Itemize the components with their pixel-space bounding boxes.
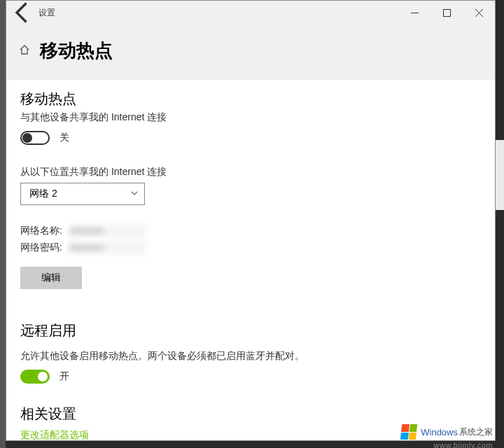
watermark-brand: Windows: [421, 427, 458, 438]
edit-button[interactable]: 编辑: [20, 267, 82, 289]
hotspot-share-label: 与其他设备共享我的 Internet 连接: [20, 111, 481, 124]
remote-section-title: 远程启用: [20, 321, 481, 340]
svg-rect-1: [443, 9, 450, 16]
watermark-url: www.bjjmlv.com: [434, 441, 493, 448]
share-from-label: 从以下位置共享我的 Internet 连接: [20, 166, 481, 178]
network-password-label: 网络密码:: [20, 241, 69, 254]
window-title: 设置: [38, 7, 55, 19]
remote-toggle-state: 开: [59, 370, 69, 383]
page-header: 移动热点: [6, 24, 495, 80]
network-name-label: 网络名称:: [20, 225, 69, 237]
page-title: 移动热点: [40, 38, 113, 63]
share-from-select[interactable]: 网络 2: [20, 183, 145, 205]
minimize-button[interactable]: [398, 1, 430, 24]
right-edge-strip: [496, 140, 504, 210]
settings-window: 设置 移动热点 移动热点 与其他设备共享我的 Internet 连接 关 从以下…: [6, 0, 496, 441]
remote-toggle[interactable]: [20, 370, 50, 384]
home-icon[interactable]: [19, 44, 30, 58]
remote-desc: 允许其他设备启用移动热点。两个设备必须都已启用蓝牙并配对。: [20, 350, 481, 363]
watermark: Windows 系统之家: [401, 424, 493, 440]
watermark-suffix: 系统之家: [459, 426, 493, 438]
titlebar: 设置: [6, 1, 495, 24]
hotspot-section-title: 移动热点: [20, 90, 481, 108]
content-area: 移动热点 与其他设备共享我的 Internet 连接 关 从以下位置共享我的 I…: [6, 80, 495, 440]
network-name-value: xxxxxxx: [69, 225, 146, 237]
hotspot-toggle-state: 关: [59, 132, 69, 144]
close-button[interactable]: [463, 1, 495, 24]
back-button[interactable]: [10, 1, 36, 24]
chevron-down-icon: [130, 189, 139, 200]
windows-logo-icon: [400, 424, 417, 440]
related-section-title: 相关设置: [20, 405, 481, 424]
maximize-button[interactable]: [430, 1, 463, 24]
share-from-selected: 网络 2: [29, 188, 57, 200]
network-password-value: xxxxxxx: [69, 241, 146, 254]
hotspot-toggle[interactable]: [20, 131, 50, 145]
